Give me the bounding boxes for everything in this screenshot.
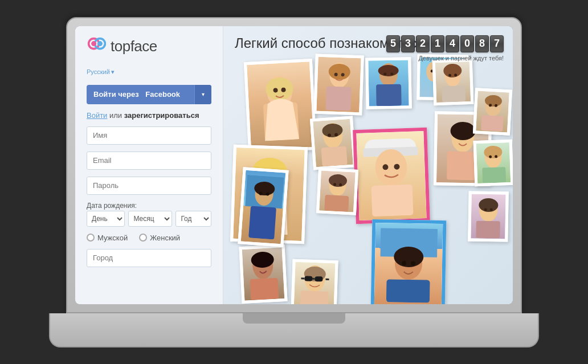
digit-2: 3 <box>401 35 415 52</box>
svg-point-2 <box>91 41 96 46</box>
facebook-brand: Facebook <box>145 90 180 99</box>
digit-4: 1 <box>431 35 444 52</box>
email-input[interactable] <box>87 152 211 170</box>
svg-rect-35 <box>321 146 347 166</box>
gender-row: Мужской Женский <box>87 234 211 242</box>
lang-label: Русский <box>87 68 110 75</box>
gender-male-option[interactable]: Мужской <box>87 234 128 242</box>
lang-selector[interactable]: Русский ▾ <box>87 68 115 76</box>
birthdate-row: День Месяц Год <box>87 211 211 227</box>
male-radio[interactable] <box>87 234 95 242</box>
login-link[interactable]: Войти <box>87 111 107 120</box>
svg-rect-41 <box>371 184 414 216</box>
svg-rect-62 <box>386 279 430 302</box>
svg-rect-56 <box>442 85 466 102</box>
svg-rect-96 <box>476 220 500 238</box>
svg-point-3 <box>97 41 103 46</box>
svg-rect-73 <box>301 277 304 279</box>
photo-15 <box>468 191 509 242</box>
digit-1: 5 <box>386 35 400 52</box>
female-label: Женский <box>150 234 180 242</box>
name-input[interactable] <box>87 126 211 145</box>
photo-1 <box>244 58 317 153</box>
login-link-row: Войти или зарегистрироваться <box>87 111 211 120</box>
logo-text: topface <box>111 38 157 55</box>
female-radio[interactable] <box>139 234 147 242</box>
svg-rect-13 <box>325 85 351 111</box>
photo-3 <box>365 57 412 109</box>
svg-rect-67 <box>250 277 279 300</box>
photo-12 <box>238 167 288 247</box>
laptop-base <box>49 313 539 347</box>
lang-arrow-icon: ▾ <box>111 68 115 76</box>
photo-collage <box>229 55 507 298</box>
svg-rect-71 <box>315 276 322 281</box>
header-row: topface <box>87 36 211 57</box>
laptop-lid: topface Русский ▾ Войти через Facebook ▾ <box>66 17 522 313</box>
photo-10 <box>239 244 287 303</box>
photo-13 <box>473 88 512 135</box>
year-select[interactable]: Год <box>175 211 211 227</box>
month-select[interactable]: Месяц <box>128 211 172 227</box>
counter-digits: 5 3 2 1 4 0 8 7 <box>386 35 504 52</box>
facebook-prefix: Войти через <box>93 90 139 99</box>
digit-3: 2 <box>416 35 430 52</box>
facebook-btn-label: Войти через Facebook <box>87 90 194 99</box>
photo-2 <box>313 54 364 115</box>
logo-area: topface <box>87 36 157 57</box>
laptop-screen: topface Русский ▾ Войти через Facebook ▾ <box>75 26 513 304</box>
photo-featured-pink <box>353 127 430 223</box>
photo-14 <box>473 139 513 186</box>
facebook-dropdown-arrow[interactable]: ▾ <box>194 85 211 104</box>
svg-rect-81 <box>248 205 276 239</box>
svg-point-93 <box>479 198 498 212</box>
birthdate-label: Дата рождения: <box>87 202 211 210</box>
svg-rect-86 <box>481 114 503 131</box>
svg-rect-46 <box>324 194 349 211</box>
digit-7: 8 <box>475 35 489 52</box>
password-input[interactable] <box>87 177 211 195</box>
svg-rect-74 <box>325 278 329 280</box>
counter-subtitle: Девушек и парней ждут тебя! <box>418 55 504 62</box>
photo-11 <box>291 259 338 304</box>
svg-rect-91 <box>482 167 506 183</box>
gender-female-option[interactable]: Женский <box>139 234 180 242</box>
svg-point-15 <box>378 64 398 76</box>
svg-rect-75 <box>300 291 328 304</box>
day-select[interactable]: День <box>87 211 125 227</box>
screen-bezel: topface Русский ▾ Войти через Facebook ▾ <box>75 26 513 304</box>
right-panel: Легкий способ познакомиться! 5 3 2 1 4 0… <box>223 26 513 304</box>
photo-featured-blue <box>371 219 447 304</box>
register-link[interactable]: зарегистрироваться <box>124 111 199 120</box>
birthdate-section: Дата рождения: День Месяц Год <box>87 202 211 227</box>
svg-rect-70 <box>304 276 312 281</box>
digit-5: 4 <box>446 35 459 52</box>
photo-9 <box>432 58 474 105</box>
left-panel: topface Русский ▾ Войти через Facebook ▾ <box>75 26 223 304</box>
male-label: Мужской <box>97 234 128 242</box>
facebook-login-button[interactable]: Войти через Facebook ▾ <box>87 85 211 104</box>
photo-6 <box>310 116 356 170</box>
digit-8: 7 <box>490 35 504 52</box>
counter-area: 5 3 2 1 4 0 8 7 Девушек и парней ждут те… <box>386 35 504 62</box>
svg-rect-18 <box>376 84 402 106</box>
svg-point-48 <box>450 121 476 140</box>
topface-logo-icon <box>87 36 107 57</box>
login-separator: или <box>107 111 124 120</box>
photo-7 <box>316 167 358 215</box>
laptop: topface Русский ▾ Войти через Facebook ▾ <box>49 17 539 347</box>
city-input[interactable] <box>87 249 211 267</box>
digit-6: 0 <box>460 35 474 52</box>
